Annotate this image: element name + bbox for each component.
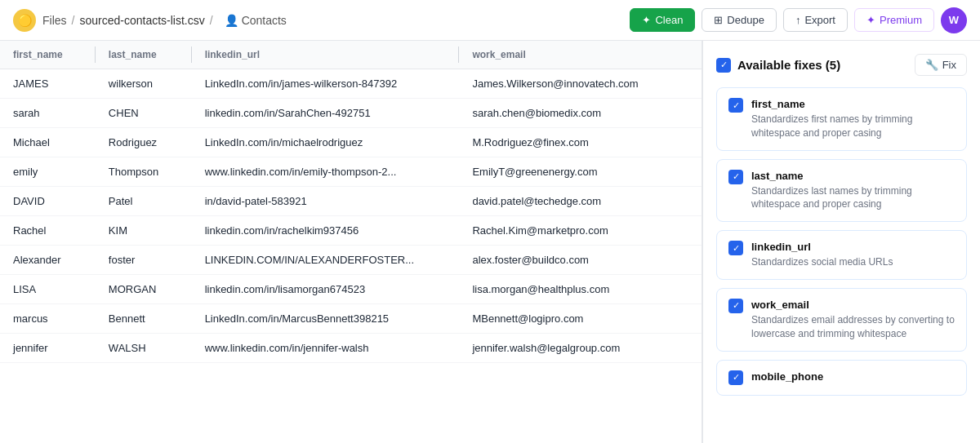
contacts-table: first_name last_name linkedin_url work_e… bbox=[0, 41, 702, 363]
cell-last_name: Patel bbox=[96, 187, 192, 216]
fix-desc-first_name: Standardizes first names by trimming whi… bbox=[751, 113, 955, 140]
col-last-name[interactable]: last_name bbox=[96, 41, 192, 69]
fix-checkbox-last_name[interactable]: ✓ bbox=[728, 170, 743, 184]
fix-checkbox-linkedin_url[interactable]: ✓ bbox=[728, 241, 743, 255]
cell-work_email: david.patel@techedge.com bbox=[459, 187, 702, 216]
cell-linkedin_url: LinkedIn.com/in/james-wilkerson-847392 bbox=[192, 69, 460, 99]
breadcrumb-filename[interactable]: sourced-contacts-list.csv bbox=[79, 14, 204, 27]
fix-card-content-last_name: last_name Standardizes last names by tri… bbox=[751, 170, 955, 212]
cell-last_name: MORGAN bbox=[96, 275, 192, 304]
fix-title-work_email: work_email bbox=[751, 299, 955, 311]
cell-work_email: MBennett@logipro.com bbox=[459, 304, 702, 334]
cell-linkedin_url: LINKEDIN.COM/IN/ALEXANDERFOSTER... bbox=[192, 246, 460, 275]
export-button[interactable]: ↑ Export bbox=[783, 8, 848, 32]
cell-linkedin_url: in/david-patel-583921 bbox=[192, 187, 460, 216]
fix-card-content-mobile_phone: mobile_phone bbox=[751, 370, 955, 385]
table-row: jenniferWALSHwww.linkedin.com/in/jennife… bbox=[0, 334, 702, 363]
cell-work_email: alex.foster@buildco.com bbox=[459, 246, 702, 275]
app-header: 🟡 Files / sourced-contacts-list.csv / 👤 … bbox=[0, 0, 980, 41]
fixes-panel: ✓ Available fixes (5) 🔧 Fix ✓ first_name… bbox=[702, 41, 980, 443]
col-work-email[interactable]: work_email bbox=[459, 41, 702, 69]
dedupe-button[interactable]: ⊞ Dedupe bbox=[702, 8, 777, 32]
cell-first_name: Rachel bbox=[0, 216, 96, 246]
cell-work_email: Rachel.Kim@marketpro.com bbox=[459, 216, 702, 246]
export-icon: ↑ bbox=[795, 14, 801, 26]
table-row: sarahCHENlinkedin.com/in/SarahChen-49275… bbox=[0, 99, 702, 128]
person-icon: 👤 bbox=[225, 14, 238, 27]
table-row: AlexanderfosterLINKEDIN.COM/IN/ALEXANDER… bbox=[0, 246, 702, 275]
fix-desc-linkedin_url: Standardizes social media URLs bbox=[751, 255, 955, 269]
clean-button[interactable]: ✦ Clean bbox=[630, 8, 695, 32]
cell-linkedin_url: linkedin.com/in/lisamorgan674523 bbox=[192, 275, 460, 304]
contacts-label: Contacts bbox=[242, 14, 287, 27]
clean-label: Clean bbox=[655, 14, 683, 26]
cell-first_name: LISA bbox=[0, 275, 96, 304]
cell-last_name: KIM bbox=[96, 216, 192, 246]
fix-card-content-linkedin_url: linkedin_url Standardizes social media U… bbox=[751, 241, 955, 269]
breadcrumb-sep1: / bbox=[72, 14, 75, 27]
fix-desc-work_email: Standardizes email addresses by converti… bbox=[751, 313, 955, 341]
table-row: DAVIDPatelin/david-patel-583921david.pat… bbox=[0, 187, 702, 216]
cell-last_name: wilkerson bbox=[96, 69, 192, 99]
table-row: marcusBennettLinkedIn.com/in/MarcusBenne… bbox=[0, 304, 702, 334]
table-row: JAMESwilkersonLinkedIn.com/in/james-wilk… bbox=[0, 69, 702, 99]
clean-icon: ✦ bbox=[642, 14, 651, 26]
fix-icon: 🔧 bbox=[925, 59, 938, 71]
cell-linkedin_url: linkedin.com/in/SarahChen-492751 bbox=[192, 99, 460, 128]
fix-button[interactable]: 🔧 Fix bbox=[915, 54, 967, 76]
cell-work_email: James.Wilkerson@innovatech.com bbox=[459, 69, 702, 99]
dedupe-icon: ⊞ bbox=[714, 14, 723, 26]
fix-card-first_name: ✓ first_name Standardizes first names by… bbox=[716, 87, 967, 151]
panel-title-row: ✓ Available fixes (5) bbox=[716, 58, 840, 73]
app-logo: 🟡 bbox=[13, 9, 36, 32]
fix-checkbox-first_name[interactable]: ✓ bbox=[728, 98, 743, 113]
cell-linkedin_url: LinkedIn.com/in/michaelrodriguez bbox=[192, 128, 460, 157]
fix-desc-last_name: Standardizes last names by trimming whit… bbox=[751, 184, 955, 212]
table-row: LISAMORGANlinkedin.com/in/lisamorgan6745… bbox=[0, 275, 702, 304]
cell-last_name: Rodriguez bbox=[96, 128, 192, 157]
fix-checkbox-mobile_phone[interactable]: ✓ bbox=[728, 370, 743, 385]
col-first-name[interactable]: first_name bbox=[0, 41, 96, 69]
premium-icon: ✦ bbox=[866, 14, 875, 26]
export-label: Export bbox=[804, 14, 835, 26]
cell-first_name: emily bbox=[0, 157, 96, 187]
fix-title-linkedin_url: linkedin_url bbox=[751, 241, 955, 253]
cell-last_name: Thompson bbox=[96, 157, 192, 187]
panel-header: ✓ Available fixes (5) 🔧 Fix bbox=[716, 54, 967, 76]
fix-checkbox-work_email[interactable]: ✓ bbox=[728, 299, 743, 313]
breadcrumb-files[interactable]: Files bbox=[42, 14, 67, 27]
cell-first_name: DAVID bbox=[0, 187, 96, 216]
cell-work_email: jennifer.walsh@legalgroup.com bbox=[459, 334, 702, 363]
fix-title-last_name: last_name bbox=[751, 170, 955, 182]
fix-card-work_email: ✓ work_email Standardizes email addresse… bbox=[716, 288, 967, 352]
fix-card-linkedin_url: ✓ linkedin_url Standardizes social media… bbox=[716, 230, 967, 280]
cell-linkedin_url: LinkedIn.com/in/MarcusBennett398215 bbox=[192, 304, 460, 334]
cell-first_name: sarah bbox=[0, 99, 96, 128]
premium-button[interactable]: ✦ Premium bbox=[854, 8, 934, 32]
cell-first_name: Alexander bbox=[0, 246, 96, 275]
fix-card-content-first_name: first_name Standardizes first names by t… bbox=[751, 98, 955, 140]
col-linkedin-url[interactable]: linkedin_url bbox=[192, 41, 460, 69]
fix-title-first_name: first_name bbox=[751, 98, 955, 110]
breadcrumb-contacts[interactable]: 👤 Contacts bbox=[225, 14, 287, 27]
table-row: MichaelRodriguezLinkedIn.com/in/michaelr… bbox=[0, 128, 702, 157]
avatar-initials: W bbox=[949, 14, 959, 26]
cell-last_name: Bennett bbox=[96, 304, 192, 334]
header-actions: ✦ Clean ⊞ Dedupe ↑ Export ✦ Premium W bbox=[630, 7, 967, 33]
cell-linkedin_url: www.linkedin.com/in/emily-thompson-2... bbox=[192, 157, 460, 187]
table-row: emilyThompsonwww.linkedin.com/in/emily-t… bbox=[0, 157, 702, 187]
fixes-list: ✓ first_name Standardizes first names by… bbox=[716, 87, 967, 396]
cell-work_email: sarah.chen@biomedix.com bbox=[459, 99, 702, 128]
cell-work_email: EmilyT@greenenergy.com bbox=[459, 157, 702, 187]
avatar[interactable]: W bbox=[941, 7, 967, 33]
main-layout: first_name last_name linkedin_url work_e… bbox=[0, 41, 980, 443]
cell-first_name: JAMES bbox=[0, 69, 96, 99]
fix-title-mobile_phone: mobile_phone bbox=[751, 370, 955, 383]
premium-label: Premium bbox=[880, 14, 922, 26]
cell-last_name: foster bbox=[96, 246, 192, 275]
cell-first_name: marcus bbox=[0, 304, 96, 334]
fix-card-mobile_phone: ✓ mobile_phone bbox=[716, 360, 967, 396]
panel-master-checkbox[interactable]: ✓ bbox=[716, 58, 731, 73]
fix-label: Fix bbox=[942, 59, 956, 71]
cell-work_email: M.Rodriguez@finex.com bbox=[459, 128, 702, 157]
